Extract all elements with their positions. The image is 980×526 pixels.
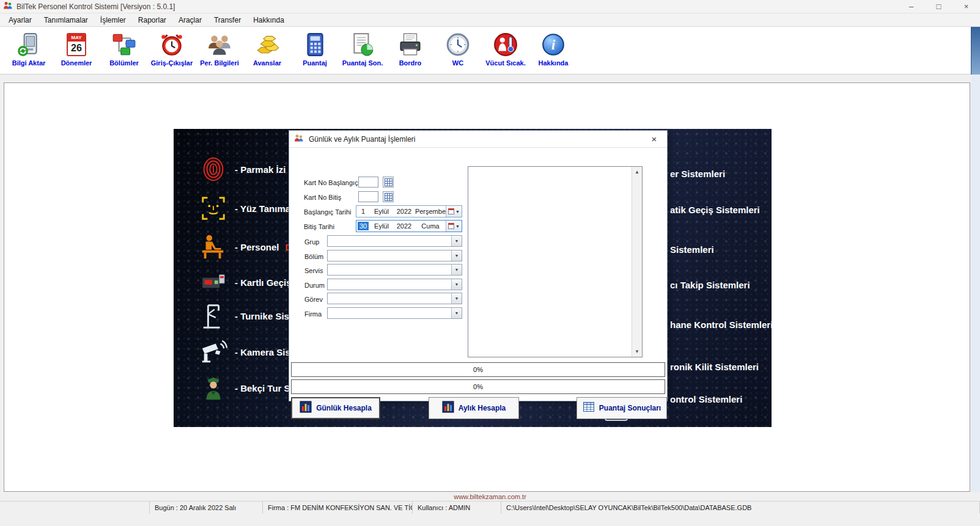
bg-caption-fragment: hane Kontrol Sistemleri <box>670 320 773 330</box>
bolum-combobox[interactable]: ▼ <box>327 250 462 261</box>
bg-menu-turnike[interactable]: - Turnike Siste <box>198 301 303 331</box>
bg-menu-label: - Parmak İzi Si <box>235 164 297 175</box>
face-scan-icon <box>198 194 229 223</box>
start-date-picker[interactable]: 1 Eylül 2022 Perşembe ▼ <box>356 205 462 217</box>
toolbar-bordro[interactable]: Bordro <box>386 31 434 67</box>
toolbar-bolumler[interactable]: Bölümler <box>100 31 148 67</box>
start-date-year[interactable]: 2022 <box>393 208 415 215</box>
kart-no-bitis-label: Kart No Bitiş <box>304 194 341 201</box>
gorev-combobox[interactable]: ▼ <box>327 293 462 304</box>
status-user: Kullanıcı : ADMIN <box>413 502 501 514</box>
toolbar-wc[interactable]: WC <box>434 31 482 67</box>
close-button[interactable]: × <box>952 0 980 13</box>
right-scrollbar-track[interactable] <box>971 75 980 492</box>
toolbar-puantaj[interactable]: Puantaj <box>291 31 339 67</box>
body-temp-icon <box>492 31 520 59</box>
chevron-down-icon[interactable]: ▼ <box>451 293 462 304</box>
website-link[interactable]: www.biltekzaman.com.tr <box>0 493 980 500</box>
turnstile-icon <box>198 301 229 331</box>
right-scrollbar-thumb[interactable] <box>971 27 980 75</box>
toolbar-bilgi-aktar[interactable]: Bilgi Aktar <box>5 31 53 67</box>
puantaj-sonuclari-button[interactable]: Puantaj Sonuçları <box>577 397 667 419</box>
fingerprint-icon <box>198 155 229 184</box>
window-title: BilTek Personel Kontrol Sistemi [Versiyo… <box>17 2 175 11</box>
toolbar-label: Dönemler <box>61 59 92 67</box>
toolbar-hakkinda[interactable]: i Hakkında <box>529 31 577 67</box>
baslangic-tarihi-label: Başlangıç Tarihi <box>304 208 351 216</box>
end-date-picker[interactable]: 30 Eylül 2022 Cuma ▼ <box>356 220 462 232</box>
toolbar-label: Giriş-Çıkışlar <box>151 59 193 67</box>
toolbar-label: Avanslar <box>253 59 281 67</box>
svg-text:i: i <box>551 37 556 53</box>
bitis-tarihi-label: Bitiş Tarihi <box>304 223 334 230</box>
menu-ayarlar[interactable]: Ayarlar <box>2 16 38 24</box>
chevron-down-icon[interactable]: ▼ <box>451 236 462 246</box>
toolbar-puantaj-son[interactable]: Puantaj Son. <box>339 31 386 67</box>
camera-icon <box>198 337 229 367</box>
start-date-month[interactable]: Eylül <box>370 208 393 215</box>
kart-no-bitis-lookup-button[interactable] <box>383 191 394 202</box>
chevron-down-icon[interactable]: ▼ <box>451 279 462 290</box>
toolbar-label: Bordro <box>399 59 422 67</box>
daily-progress-bar: 0% <box>291 362 665 377</box>
status-firma: Firma : FM DENİM KONFEKSİYON SAN. VE TİC… <box>263 502 413 514</box>
results-listbox[interactable]: ▲ ▼ <box>468 166 643 357</box>
app-icon <box>3 1 13 13</box>
wall-clock-icon <box>444 31 472 59</box>
kart-no-baslangic-input[interactable] <box>358 177 378 188</box>
grup-combobox[interactable]: ▼ <box>327 235 462 247</box>
dialog-close-icon[interactable]: × <box>646 131 662 147</box>
toolbar-giris-cikislar[interactable]: Giriş-Çıkışlar <box>148 31 196 67</box>
end-date-day[interactable]: 30 <box>358 222 369 230</box>
toolbar-per-bilgileri[interactable]: Per. Bilgileri <box>196 31 243 67</box>
alarm-clock-icon <box>158 31 186 59</box>
servis-combobox[interactable]: ▼ <box>327 264 462 276</box>
bolum-label: Bölüm <box>304 253 323 260</box>
toolbar-avanslar[interactable]: Avanslar <box>243 31 291 67</box>
start-date-weekday: Perşembe <box>415 208 446 215</box>
calendar-icon <box>448 208 454 214</box>
kart-no-bitis-input[interactable] <box>358 191 378 202</box>
scrollbar-track[interactable] <box>632 177 642 346</box>
menu-araclar[interactable]: Araçlar <box>172 16 208 24</box>
main-toolbar: Bilgi Aktar MAY 26 Dönemler Bölümler Gir… <box>0 27 971 75</box>
menu-tanimlamalar[interactable]: Tanımlamalar <box>38 16 94 24</box>
end-date-dropdown-button[interactable]: ▼ <box>446 221 462 232</box>
calendar-icon: MAY 26 <box>62 31 90 59</box>
start-date-day[interactable]: 1 <box>361 208 365 215</box>
end-date-year[interactable]: 2022 <box>393 222 415 230</box>
durum-combobox[interactable]: ▼ <box>327 279 462 290</box>
status-bar: Bugün : 20 Aralık 2022 Salı Firma : FM D… <box>0 501 980 514</box>
firma-combobox[interactable]: ▼ <box>327 307 462 319</box>
bg-menu-personel-devam[interactable]: - Personel Dev <box>198 232 302 261</box>
toolbar-label: Vücut Sıcak. <box>485 59 525 67</box>
chevron-down-icon[interactable]: ▼ <box>451 250 462 261</box>
chevron-down-icon[interactable]: ▼ <box>451 265 462 275</box>
menu-islemler[interactable]: İşlemler <box>94 16 132 24</box>
gunluk-hesapla-button[interactable]: Günlük Hesapla <box>291 397 380 419</box>
kart-no-baslangic-lookup-button[interactable] <box>383 177 394 188</box>
maximize-button[interactable]: □ <box>925 0 952 13</box>
client-area: - Parmak İzi Si - Yüz Tanıma S - Persone… <box>4 82 970 492</box>
status-empty-segment <box>0 502 150 514</box>
end-date-weekday: Cuma <box>415 222 446 230</box>
toolbar-donemler[interactable]: MAY 26 Dönemler <box>53 31 100 67</box>
servis-label: Servis <box>304 267 323 274</box>
scroll-down-icon[interactable]: ▼ <box>632 346 642 357</box>
start-date-dropdown-button[interactable]: ▼ <box>446 206 462 217</box>
menu-raporlar[interactable]: Raporlar <box>132 16 172 24</box>
toolbar-vucut-sicak[interactable]: Vücut Sıcak. <box>482 31 529 67</box>
bg-menu-parmak-izi[interactable]: - Parmak İzi Si <box>198 155 303 184</box>
menu-transfer[interactable]: Transfer <box>208 16 247 24</box>
firma-label: Firma <box>304 310 322 318</box>
bg-menu-kamera[interactable]: - Kamera Sist <box>198 337 300 367</box>
scroll-up-icon[interactable]: ▲ <box>632 167 642 177</box>
title-bar: BilTek Personel Kontrol Sistemi [Versiyo… <box>0 0 980 13</box>
end-date-month[interactable]: Eylül <box>370 222 393 230</box>
menu-hakkinda[interactable]: Hakkında <box>247 16 290 24</box>
minimize-button[interactable]: – <box>897 0 925 13</box>
chevron-down-icon[interactable]: ▼ <box>451 308 462 318</box>
aylik-hesapla-button[interactable]: Aylık Hesapla <box>429 397 519 419</box>
listbox-scrollbar[interactable]: ▲ ▼ <box>632 167 642 357</box>
calculator-icon <box>301 31 329 59</box>
